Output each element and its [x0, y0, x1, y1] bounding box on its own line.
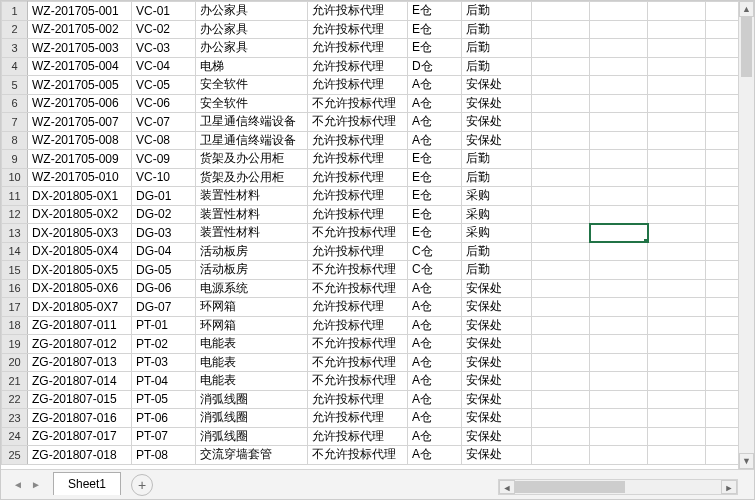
- cell[interactable]: [706, 446, 739, 465]
- cell[interactable]: 安保处: [462, 446, 532, 465]
- cell[interactable]: E仓: [408, 224, 462, 243]
- row-header[interactable]: 8: [2, 131, 28, 150]
- cell[interactable]: VC-03: [132, 39, 196, 58]
- cell[interactable]: [532, 76, 590, 95]
- cell[interactable]: [590, 205, 648, 224]
- cell[interactable]: [706, 427, 739, 446]
- cell[interactable]: [648, 2, 706, 21]
- cell[interactable]: 办公家具: [196, 39, 308, 58]
- cell[interactable]: A仓: [408, 279, 462, 298]
- row-header[interactable]: 12: [2, 205, 28, 224]
- cell[interactable]: [532, 316, 590, 335]
- cell[interactable]: 安保处: [462, 76, 532, 95]
- cell[interactable]: 安全软件: [196, 76, 308, 95]
- cell[interactable]: [706, 353, 739, 372]
- cell[interactable]: [590, 390, 648, 409]
- cell[interactable]: A仓: [408, 298, 462, 317]
- cell[interactable]: 允许投标代理: [308, 39, 408, 58]
- cell[interactable]: 后勤: [462, 150, 532, 169]
- row-header[interactable]: 18: [2, 316, 28, 335]
- cell[interactable]: 装置性材料: [196, 205, 308, 224]
- cell[interactable]: 安保处: [462, 279, 532, 298]
- scroll-right-button[interactable]: ►: [721, 480, 737, 494]
- cell[interactable]: E仓: [408, 20, 462, 39]
- cell[interactable]: [706, 335, 739, 354]
- cell[interactable]: C仓: [408, 242, 462, 261]
- cell[interactable]: 采购: [462, 224, 532, 243]
- cell[interactable]: [532, 205, 590, 224]
- cell[interactable]: 活动板房: [196, 242, 308, 261]
- cell[interactable]: 装置性材料: [196, 187, 308, 206]
- cell[interactable]: [648, 390, 706, 409]
- cell[interactable]: [532, 279, 590, 298]
- row-header[interactable]: 6: [2, 94, 28, 113]
- cell[interactable]: PT-07: [132, 427, 196, 446]
- cell[interactable]: PT-02: [132, 335, 196, 354]
- cell[interactable]: 安保处: [462, 113, 532, 132]
- cell[interactable]: DG-06: [132, 279, 196, 298]
- row-header[interactable]: 20: [2, 353, 28, 372]
- cell[interactable]: [648, 150, 706, 169]
- cell[interactable]: 安保处: [462, 372, 532, 391]
- cell[interactable]: E仓: [408, 2, 462, 21]
- cell[interactable]: E仓: [408, 39, 462, 58]
- cell[interactable]: 允许投标代理: [308, 242, 408, 261]
- cell[interactable]: [648, 39, 706, 58]
- cell[interactable]: ZG-201807-014: [28, 372, 132, 391]
- row-header[interactable]: 2: [2, 20, 28, 39]
- cell[interactable]: A仓: [408, 409, 462, 428]
- cell[interactable]: A仓: [408, 131, 462, 150]
- cell[interactable]: [532, 224, 590, 243]
- cell[interactable]: [590, 224, 648, 243]
- cell[interactable]: 电能表: [196, 335, 308, 354]
- cell[interactable]: WZ-201705-007: [28, 113, 132, 132]
- cell[interactable]: PT-01: [132, 316, 196, 335]
- cell[interactable]: A仓: [408, 113, 462, 132]
- cell[interactable]: 不允许投标代理: [308, 372, 408, 391]
- cell[interactable]: A仓: [408, 390, 462, 409]
- cell[interactable]: DX-201805-0X1: [28, 187, 132, 206]
- cell[interactable]: DX-201805-0X3: [28, 224, 132, 243]
- cell[interactable]: DG-01: [132, 187, 196, 206]
- cell[interactable]: 允许投标代理: [308, 20, 408, 39]
- cell[interactable]: 后勤: [462, 242, 532, 261]
- cell[interactable]: 不允许投标代理: [308, 279, 408, 298]
- cell[interactable]: [532, 335, 590, 354]
- cell[interactable]: 安全软件: [196, 94, 308, 113]
- cell[interactable]: E仓: [408, 205, 462, 224]
- cell[interactable]: ZG-201807-011: [28, 316, 132, 335]
- cell[interactable]: ZG-201807-015: [28, 390, 132, 409]
- scroll-left-button[interactable]: ◄: [499, 480, 515, 494]
- cell[interactable]: DX-201805-0X2: [28, 205, 132, 224]
- cell[interactable]: 允许投标代理: [308, 76, 408, 95]
- cell[interactable]: [648, 187, 706, 206]
- cell[interactable]: 不允许投标代理: [308, 353, 408, 372]
- cell[interactable]: VC-07: [132, 113, 196, 132]
- cell[interactable]: [706, 242, 739, 261]
- vertical-scroll-thumb[interactable]: [741, 17, 752, 77]
- cell[interactable]: [590, 427, 648, 446]
- cell[interactable]: WZ-201705-002: [28, 20, 132, 39]
- cell[interactable]: [532, 150, 590, 169]
- cell[interactable]: 不允许投标代理: [308, 446, 408, 465]
- cell[interactable]: A仓: [408, 446, 462, 465]
- cell[interactable]: [590, 279, 648, 298]
- cell[interactable]: 消弧线圈: [196, 390, 308, 409]
- cell[interactable]: 允许投标代理: [308, 150, 408, 169]
- cell[interactable]: [532, 298, 590, 317]
- cell[interactable]: VC-01: [132, 2, 196, 21]
- cell[interactable]: [706, 76, 739, 95]
- cell[interactable]: [590, 113, 648, 132]
- cell[interactable]: [590, 353, 648, 372]
- cell[interactable]: 安保处: [462, 131, 532, 150]
- cell[interactable]: 消弧线圈: [196, 427, 308, 446]
- row-header[interactable]: 14: [2, 242, 28, 261]
- cell[interactable]: [648, 316, 706, 335]
- cell[interactable]: [706, 131, 739, 150]
- cell[interactable]: [648, 372, 706, 391]
- cell[interactable]: 安保处: [462, 427, 532, 446]
- cell[interactable]: 装置性材料: [196, 224, 308, 243]
- cell[interactable]: 后勤: [462, 168, 532, 187]
- cell[interactable]: 安保处: [462, 94, 532, 113]
- row-header[interactable]: 9: [2, 150, 28, 169]
